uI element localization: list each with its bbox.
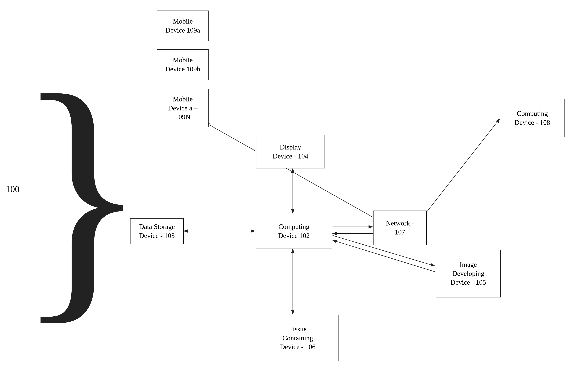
box-tissue106: Tissue Containing Device - 106 (257, 315, 339, 361)
box-datastorage103: Data Storage Device - 103 (130, 218, 184, 244)
box-network107: Network - 107 (373, 210, 427, 245)
box-computing108: Computing Device - 108 (500, 99, 565, 137)
box-mobile109N: Mobile Device a – 109N (157, 89, 209, 127)
label-100: 100 (6, 184, 19, 194)
box-mobile109a: Mobile Device 109a (157, 10, 209, 41)
diagram: } 100 (0, 0, 584, 392)
box-mobile109b: Mobile Device 109b (157, 50, 209, 80)
box-imagedev105: Image Developing Device - 105 (436, 250, 501, 298)
box-display104: Display Device - 104 (256, 135, 325, 168)
box-computing102: Computing Device 102 (256, 214, 332, 248)
svg-line-10 (421, 119, 500, 220)
